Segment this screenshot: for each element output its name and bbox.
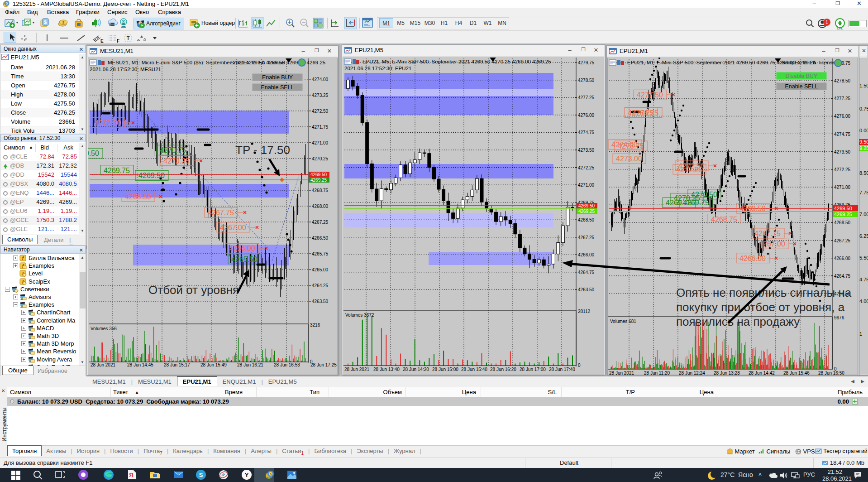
svg-text:1.50: 1.50 bbox=[859, 83, 868, 88]
svg-text:4272.25: 4272.25 bbox=[834, 167, 851, 172]
svg-text:4273.00: 4273.00 bbox=[616, 155, 642, 163]
svg-text:4268.50: 4268.50 bbox=[125, 193, 151, 201]
svg-text:4266.00: 4266.00 bbox=[578, 252, 595, 257]
svg-text:Отбой от уровня: Отбой от уровня bbox=[148, 283, 239, 297]
svg-text:4269.50: 4269.50 bbox=[739, 205, 766, 212]
svg-text:4277.25: 4277.25 bbox=[578, 95, 595, 100]
svg-text:4265.75: 4265.75 bbox=[312, 251, 329, 256]
svg-text:5: 5 bbox=[6, 2, 8, 5]
svg-text:4271.00: 4271.00 bbox=[834, 185, 851, 190]
svg-text:4269.50: 4269.50 bbox=[138, 172, 165, 179]
svg-text:Y: Y bbox=[245, 472, 249, 478]
svg-text:4268.00: 4268.00 bbox=[312, 204, 329, 209]
svg-text:2021.06.28 17:52:30; EPU21: 2021.06.28 17:52:30; EPU21 bbox=[344, 66, 411, 71]
svg-text:4269.50: 4269.50 bbox=[578, 203, 595, 208]
svg-text:9.50: 9.50 bbox=[859, 139, 868, 145]
svg-text:4268.75: 4268.75 bbox=[312, 188, 329, 193]
svg-text:28 Jun 14:20: 28 Jun 14:20 bbox=[403, 367, 429, 372]
svg-text:2021.06.28 17:52:30; MESU21: 2021.06.28 17:52:30; MESU21 bbox=[90, 67, 161, 72]
svg-text:28 Jun 14:42: 28 Jun 14:42 bbox=[749, 371, 775, 375]
svg-text:MESU21, M1: Micro E-mini S&P: MESU21, M1: Micro E-mini S&P 500 ($5): S… bbox=[108, 60, 325, 65]
svg-text:4270.50: 4270.50 bbox=[88, 149, 99, 157]
svg-text:0.00: 0.00 bbox=[859, 128, 868, 133]
svg-text:4269.75: 4269.75 bbox=[683, 199, 709, 207]
svg-text:4266.50: 4266.50 bbox=[312, 236, 329, 241]
svg-text:Disable BUY: Disable BUY bbox=[786, 73, 818, 79]
svg-text:4278.50: 4278.50 bbox=[578, 78, 595, 83]
svg-text:LVL: LVL bbox=[837, 26, 844, 30]
svg-text:28 Jun 12:24: 28 Jun 12:24 bbox=[679, 371, 705, 375]
svg-text:4272.50: 4272.50 bbox=[312, 109, 329, 114]
svg-text:E: E bbox=[100, 39, 104, 43]
svg-text:T: T bbox=[127, 35, 130, 41]
svg-text:$: $ bbox=[62, 20, 65, 24]
svg-text:4268.50: 4268.50 bbox=[834, 220, 851, 225]
svg-text:6.25: 6.25 bbox=[859, 233, 868, 239]
svg-text:4278.50: 4278.50 bbox=[834, 78, 851, 83]
svg-text:Enable BUY: Enable BUY bbox=[262, 74, 293, 81]
svg-text:4269.25: 4269.25 bbox=[834, 212, 852, 217]
svg-text:4269.75: 4269.75 bbox=[104, 167, 130, 174]
svg-text:4272.25: 4272.25 bbox=[676, 166, 702, 174]
svg-text:4266.00: 4266.00 bbox=[834, 256, 851, 261]
svg-text:Volumes 681: Volumes 681 bbox=[610, 319, 636, 324]
svg-text:0.75: 0.75 bbox=[859, 106, 868, 111]
svg-text:Enable SELL: Enable SELL bbox=[261, 84, 294, 91]
svg-text:4269.25: 4269.25 bbox=[578, 209, 595, 214]
svg-text:4267.00: 4267.00 bbox=[220, 224, 246, 231]
svg-text:4265.00: 4265.00 bbox=[312, 267, 329, 272]
svg-text:4267.00: 4267.00 bbox=[759, 240, 785, 248]
svg-text:8.50: 8.50 bbox=[859, 170, 868, 176]
svg-text:4274.00: 4274.00 bbox=[312, 77, 329, 82]
svg-text:28 Jun 2021: 28 Jun 2021 bbox=[344, 367, 369, 372]
svg-text:ScalpEx_2_EA_license: ScalpEx_2_EA_license bbox=[782, 60, 835, 65]
svg-text:28 Jun 16:21: 28 Jun 16:21 bbox=[237, 362, 263, 367]
svg-text:28 Jun 16:53: 28 Jun 16:53 bbox=[274, 362, 300, 367]
svg-text:TP - 17.50: TP - 17.50 bbox=[235, 143, 290, 157]
svg-text:28 Jun 17:25: 28 Jun 17:25 bbox=[310, 362, 337, 367]
svg-text:1: 1 bbox=[859, 331, 862, 337]
svg-text:28 Jun 15:40: 28 Jun 15:40 bbox=[461, 367, 487, 372]
svg-text:28112: 28112 bbox=[578, 309, 591, 314]
svg-text:4276.00: 4276.00 bbox=[578, 113, 595, 118]
svg-text:4271.75: 4271.75 bbox=[312, 125, 329, 130]
svg-text:1: 1 bbox=[825, 19, 828, 25]
svg-text:4271.00: 4271.00 bbox=[578, 183, 595, 188]
svg-text:4267.25: 4267.25 bbox=[834, 238, 851, 243]
svg-text:4277.50: 4277.50 bbox=[637, 91, 663, 99]
svg-text:7.75: 7.75 bbox=[859, 190, 868, 195]
svg-text:28 Jun 17:00: 28 Jun 17:00 bbox=[520, 367, 546, 372]
svg-text:Я: Я bbox=[129, 472, 133, 478]
svg-text:28 Jun 13:40: 28 Jun 13:40 bbox=[373, 367, 400, 372]
svg-text:4276.25: 4276.25 bbox=[632, 109, 658, 117]
svg-text:4267.25: 4267.25 bbox=[578, 235, 595, 240]
svg-text:9.25: 9.25 bbox=[859, 145, 868, 151]
svg-text:4264.75: 4264.75 bbox=[834, 274, 851, 279]
svg-text:4277.25: 4277.25 bbox=[834, 96, 851, 101]
svg-text:5.50: 5.50 bbox=[859, 255, 868, 260]
svg-text:28 Jun 16:20: 28 Jun 16:20 bbox=[490, 367, 516, 372]
svg-text:4272.25: 4272.25 bbox=[578, 165, 595, 170]
svg-text:4279.75: 4279.75 bbox=[578, 60, 595, 65]
svg-text:4.00: 4.00 bbox=[859, 299, 868, 304]
svg-text:3216: 3216 bbox=[310, 323, 320, 328]
svg-text:28 Jun 11:20: 28 Jun 11:20 bbox=[644, 371, 670, 375]
svg-text:4267.25: 4267.25 bbox=[312, 220, 329, 225]
svg-text:покупку при отбое от уровня, а: покупку при отбое от уровня, а bbox=[676, 300, 845, 314]
svg-text:4266.00: 4266.00 bbox=[229, 245, 255, 252]
svg-text:4272.00: 4272.00 bbox=[95, 119, 121, 127]
svg-text:4.75: 4.75 bbox=[859, 277, 868, 282]
svg-text:Enable SELL: Enable SELL bbox=[785, 83, 818, 90]
svg-text:4263.50: 4263.50 bbox=[312, 299, 329, 304]
svg-text:$: $ bbox=[270, 472, 272, 476]
svg-text:28 Jun 2021: 28 Jun 2021 bbox=[91, 362, 115, 367]
svg-text:ScalpEx_2_EA_license: ScalpEx_2_EA_license bbox=[230, 60, 284, 65]
svg-text:4276.00: 4276.00 bbox=[834, 114, 851, 119]
svg-text:4270.25: 4270.25 bbox=[163, 157, 190, 165]
svg-text:4273.50: 4273.50 bbox=[834, 149, 851, 154]
svg-text:4273.25: 4273.25 bbox=[312, 93, 329, 98]
svg-text:4273.50: 4273.50 bbox=[578, 148, 595, 153]
svg-text:4269.25: 4269.25 bbox=[310, 178, 327, 183]
svg-text:4274.75: 4274.75 bbox=[578, 130, 595, 135]
svg-text:28 Jun 17:40: 28 Jun 17:40 bbox=[549, 367, 575, 372]
